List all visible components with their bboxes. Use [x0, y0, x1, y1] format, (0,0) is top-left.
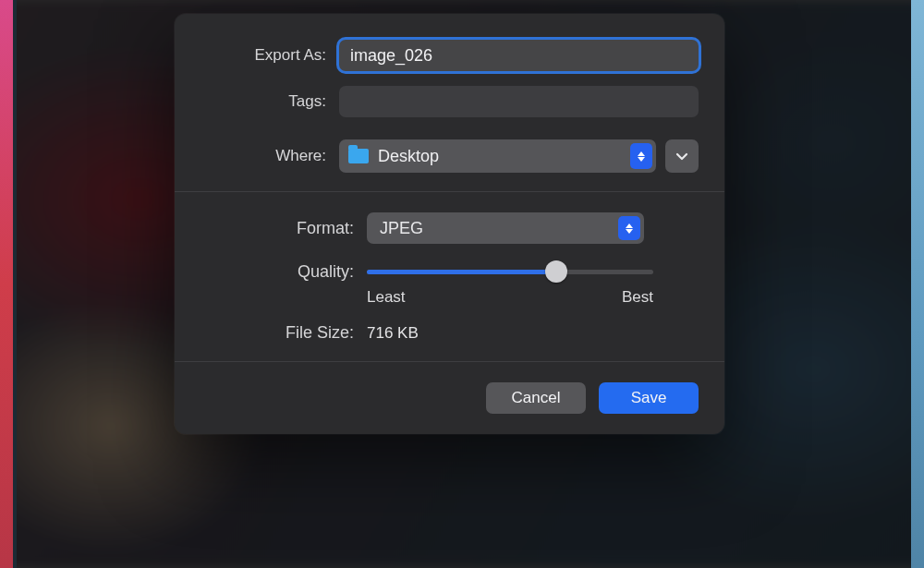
window-edge-left [0, 0, 13, 568]
quality-scale-labels: Least Best [367, 288, 653, 307]
quality-slider[interactable] [367, 259, 699, 284]
format-selected-value: JPEG [380, 219, 423, 238]
divider [175, 361, 724, 362]
dialog-buttons: Cancel Save [201, 382, 699, 414]
tags-label: Tags: [201, 92, 339, 111]
export-as-input[interactable] [339, 40, 699, 71]
where-selected-value: Desktop [378, 147, 439, 166]
quality-min-label: Least [367, 288, 406, 307]
quality-row: Quality: [201, 259, 699, 284]
file-size-label: File Size: [201, 323, 367, 343]
file-size-value: 716 KB [367, 324, 419, 343]
quality-max-label: Best [622, 288, 653, 307]
tags-input[interactable] [339, 86, 699, 117]
export-as-label: Export As: [201, 46, 339, 65]
export-dialog: Export As: Tags: Where: Desktop Format: [175, 14, 724, 434]
stepper-arrows-icon [618, 216, 640, 240]
format-row: Format: JPEG [201, 212, 699, 244]
file-size-row: File Size: 716 KB [201, 323, 699, 343]
quality-label: Quality: [201, 262, 367, 282]
slider-track [367, 270, 653, 274]
divider [175, 191, 724, 192]
tags-row: Tags: [201, 86, 699, 117]
window-edge-right [911, 0, 924, 568]
chevron-down-icon [675, 150, 688, 163]
save-button[interactable]: Save [599, 382, 699, 414]
folder-icon [348, 149, 369, 163]
disclosure-button[interactable] [665, 139, 699, 173]
where-row: Where: Desktop [201, 139, 699, 173]
export-as-row: Export As: [201, 40, 699, 71]
stepper-arrows-icon [630, 143, 652, 169]
cancel-button[interactable]: Cancel [486, 382, 586, 414]
format-select[interactable]: JPEG [367, 212, 644, 244]
slider-thumb[interactable] [545, 260, 567, 283]
where-label: Where: [201, 147, 339, 165]
slider-track-fill [367, 270, 556, 274]
format-label: Format: [201, 219, 367, 238]
where-select[interactable]: Desktop [339, 139, 656, 173]
